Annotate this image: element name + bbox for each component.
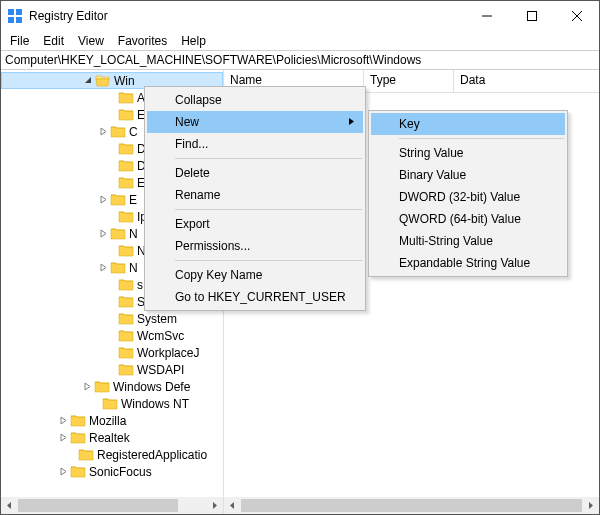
folder-icon [70, 464, 86, 480]
menu-item-label: Key [399, 117, 420, 131]
menu-item-go-to-hkey-current-user[interactable]: Go to HKEY_CURRENT_USER [147, 286, 363, 308]
tree-item[interactable]: Windows Defe [1, 378, 223, 395]
submenu-arrow-icon [348, 115, 355, 129]
chevron-right-icon[interactable] [81, 380, 94, 393]
tree-item[interactable]: WcmSvc [1, 327, 223, 344]
menu-view[interactable]: View [71, 33, 111, 49]
menu-file[interactable]: File [3, 33, 36, 49]
folder-icon [110, 226, 126, 242]
menu-separator [175, 260, 362, 261]
chevron-down-icon[interactable] [82, 74, 95, 87]
tree-item[interactable]: System [1, 310, 223, 327]
menu-item-label: Export [175, 217, 210, 231]
column-type[interactable]: Type [364, 70, 454, 92]
maximize-button[interactable] [509, 1, 554, 31]
menu-item-label: Copy Key Name [175, 268, 262, 282]
folder-icon [110, 260, 126, 276]
expander-placeholder [105, 295, 118, 308]
column-data[interactable]: Data [454, 70, 599, 92]
chevron-right-icon[interactable] [97, 261, 110, 274]
expander-placeholder [65, 448, 78, 461]
svg-rect-5 [527, 12, 536, 21]
tree-item-label: RegisteredApplicatio [97, 448, 207, 462]
folder-icon [118, 277, 134, 293]
menu-item-qword-64-bit-value[interactable]: QWORD (64-bit) Value [371, 208, 565, 230]
tree-item[interactable]: RegisteredApplicatio [1, 446, 223, 463]
menu-item-multi-string-value[interactable]: Multi-String Value [371, 230, 565, 252]
svg-rect-3 [16, 17, 22, 23]
close-button[interactable] [554, 1, 599, 31]
menu-item-label: Delete [175, 166, 210, 180]
menu-help[interactable]: Help [174, 33, 213, 49]
address-bar[interactable]: Computer\HKEY_LOCAL_MACHINE\SOFTWARE\Pol… [1, 50, 599, 70]
menu-edit[interactable]: Edit [36, 33, 71, 49]
chevron-right-icon[interactable] [57, 465, 70, 478]
folder-icon [118, 175, 134, 191]
menu-item-collapse[interactable]: Collapse [147, 89, 363, 111]
folder-icon [118, 362, 134, 378]
chevron-right-icon[interactable] [97, 193, 110, 206]
tree-item[interactable]: Mozilla [1, 412, 223, 429]
tree-item-label: Windows NT [121, 397, 189, 411]
expander-placeholder [105, 278, 118, 291]
scroll-track[interactable] [18, 497, 206, 514]
menu-item-label: Permissions... [175, 239, 250, 253]
menu-item-rename[interactable]: Rename [147, 184, 363, 206]
menu-item-new[interactable]: New [147, 111, 363, 133]
context-submenu-new[interactable]: KeyString ValueBinary ValueDWORD (32-bit… [368, 110, 568, 277]
folder-icon [110, 124, 126, 140]
expander-placeholder [105, 346, 118, 359]
menu-item-permissions[interactable]: Permissions... [147, 235, 363, 257]
folder-icon [78, 447, 94, 463]
svg-marker-21 [349, 118, 354, 125]
menu-item-delete[interactable]: Delete [147, 162, 363, 184]
scroll-right-button[interactable] [582, 497, 599, 514]
tree-item[interactable]: SonicFocus [1, 463, 223, 480]
tree-item[interactable]: WSDAPI [1, 361, 223, 378]
expander-placeholder [105, 329, 118, 342]
titlebar[interactable]: Registry Editor [1, 1, 599, 31]
menu-item-key[interactable]: Key [371, 113, 565, 135]
expander-placeholder [89, 397, 102, 410]
menu-item-string-value[interactable]: String Value [371, 142, 565, 164]
svg-marker-15 [61, 434, 66, 441]
tree-item-label: Windows Defe [113, 380, 190, 394]
tree-hscrollbar[interactable] [1, 497, 223, 514]
svg-marker-19 [230, 502, 234, 509]
tree-item[interactable]: Realtek [1, 429, 223, 446]
menu-item-export[interactable]: Export [147, 213, 363, 235]
tree-item-label: WSDAPI [137, 363, 184, 377]
chevron-right-icon[interactable] [57, 431, 70, 444]
values-hscrollbar[interactable] [224, 497, 599, 514]
chevron-right-icon[interactable] [57, 414, 70, 427]
window-title: Registry Editor [29, 9, 464, 23]
svg-marker-8 [85, 77, 91, 83]
window-controls [464, 1, 599, 31]
context-menu[interactable]: CollapseNewFind...DeleteRenameExportPerm… [144, 86, 366, 311]
chevron-right-icon[interactable] [97, 227, 110, 240]
menu-item-expandable-string-value[interactable]: Expandable String Value [371, 252, 565, 274]
folder-icon [70, 430, 86, 446]
menu-favorites[interactable]: Favorites [111, 33, 174, 49]
scroll-left-button[interactable] [1, 497, 18, 514]
menu-item-label: Go to HKEY_CURRENT_USER [175, 290, 346, 304]
tree-item[interactable]: WorkplaceJ [1, 344, 223, 361]
scroll-thumb[interactable] [241, 499, 582, 512]
expander-placeholder [105, 244, 118, 257]
menu-item-binary-value[interactable]: Binary Value [371, 164, 565, 186]
svg-marker-18 [213, 502, 217, 509]
scroll-track[interactable] [241, 497, 582, 514]
scroll-left-button[interactable] [224, 497, 241, 514]
menu-item-dword-32-bit-value[interactable]: DWORD (32-bit) Value [371, 186, 565, 208]
menu-item-copy-key-name[interactable]: Copy Key Name [147, 264, 363, 286]
scroll-right-button[interactable] [206, 497, 223, 514]
registry-editor-window: Registry Editor File Edit View Favorites… [0, 0, 600, 515]
menu-separator [175, 158, 362, 159]
menu-item-find[interactable]: Find... [147, 133, 363, 155]
tree-item[interactable]: Windows NT [1, 395, 223, 412]
minimize-button[interactable] [464, 1, 509, 31]
menu-item-label: String Value [399, 146, 463, 160]
menu-item-label: Binary Value [399, 168, 466, 182]
chevron-right-icon[interactable] [97, 125, 110, 138]
scroll-thumb[interactable] [18, 499, 178, 512]
